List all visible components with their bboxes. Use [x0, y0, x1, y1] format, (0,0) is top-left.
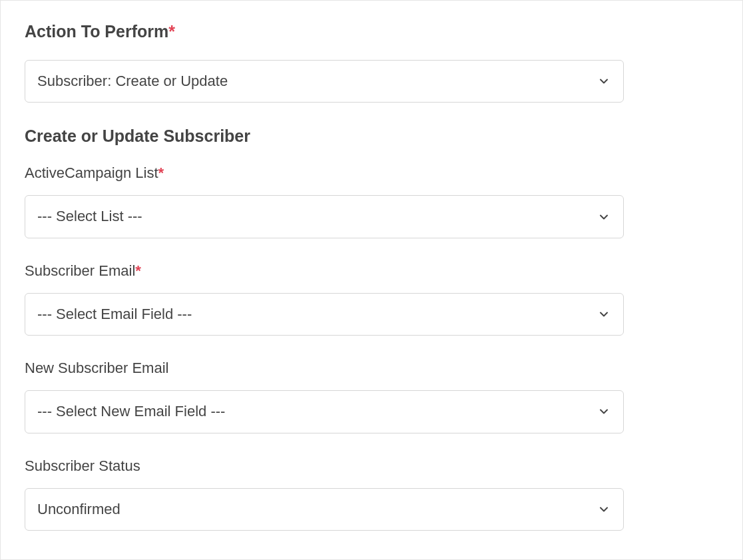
- email-field-group: Subscriber Email* --- Select Email Field…: [25, 262, 718, 336]
- list-field-group: ActiveCampaign List* --- Select List ---: [25, 164, 718, 238]
- status-select-wrap: Unconfirmed: [25, 488, 624, 531]
- status-label: Subscriber Status: [25, 457, 718, 475]
- new-email-label: New Subscriber Email: [25, 360, 718, 377]
- email-label: Subscriber Email*: [25, 262, 718, 280]
- action-select[interactable]: Subscriber: Create or Update: [25, 60, 624, 103]
- action-heading-text: Action To Perform: [25, 22, 168, 41]
- required-marker: *: [158, 164, 164, 181]
- list-label: ActiveCampaign List*: [25, 164, 718, 182]
- status-select[interactable]: Unconfirmed: [25, 488, 624, 531]
- email-select[interactable]: --- Select Email Field ---: [25, 293, 624, 336]
- list-select-wrap: --- Select List ---: [25, 195, 624, 238]
- list-select[interactable]: --- Select List ---: [25, 195, 624, 238]
- new-email-field-group: New Subscriber Email --- Select New Emai…: [25, 360, 718, 433]
- email-select-wrap: --- Select Email Field ---: [25, 293, 624, 336]
- email-label-text: Subscriber Email: [25, 262, 135, 279]
- create-or-update-heading: Create or Update Subscriber: [25, 127, 718, 146]
- action-select-wrap: Subscriber: Create or Update: [25, 60, 624, 103]
- required-marker: *: [135, 262, 141, 279]
- action-to-perform-heading: Action To Perform*: [25, 22, 718, 41]
- list-label-text: ActiveCampaign List: [25, 164, 158, 181]
- form-panel: Action To Perform* Subscriber: Create or…: [0, 0, 743, 560]
- new-email-select[interactable]: --- Select New Email Field ---: [25, 390, 624, 433]
- required-marker: *: [168, 22, 175, 41]
- new-email-select-wrap: --- Select New Email Field ---: [25, 390, 624, 433]
- status-field-group: Subscriber Status Unconfirmed: [25, 457, 718, 531]
